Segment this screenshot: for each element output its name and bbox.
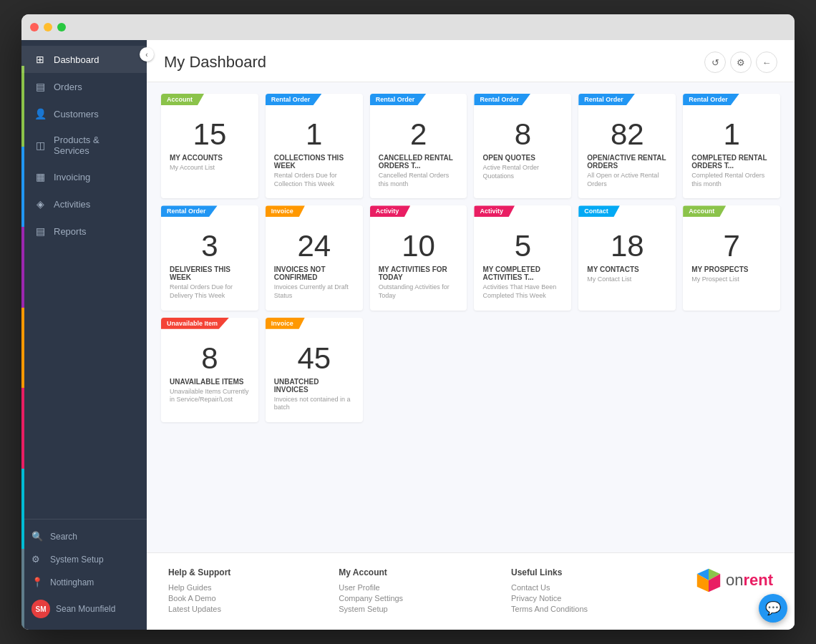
activities-icon: ◈ bbox=[34, 197, 47, 210]
card-row1-0[interactable]: Account 15 MY ACCOUNTS My Account List bbox=[161, 94, 258, 198]
sidebar-item-dashboard[interactable]: ⊞ Dashboard bbox=[21, 46, 147, 73]
invoicing-icon: ▦ bbox=[34, 170, 47, 183]
sidebar-item-activities[interactable]: ◈ Activities bbox=[21, 190, 147, 218]
sidebar-location[interactable]: 📍 Nottingham bbox=[21, 571, 147, 594]
maximize-btn[interactable] bbox=[57, 23, 66, 31]
card-title: OPEN/ACTIVE RENTAL ORDERS bbox=[587, 154, 667, 170]
card-title: CANCELLED RENTAL ORDERS T... bbox=[379, 154, 459, 170]
card-spacer-1 bbox=[474, 318, 571, 422]
card-title: OPEN QUOTES bbox=[482, 154, 563, 162]
card-row1-5[interactable]: Rental Order 1 COMPLETED RENTAL ORDERS T… bbox=[683, 94, 780, 198]
card-row1-1[interactable]: Rental Order 1 COLLECTIONS THIS WEEK Ren… bbox=[266, 94, 363, 198]
titlebar bbox=[21, 14, 795, 40]
card-number: 3 bbox=[170, 231, 250, 261]
logo-on: on bbox=[726, 571, 743, 589]
footer-account: My Account User Profile Company Settings… bbox=[339, 567, 403, 615]
card-subtitle: Outstanding Activities for Today bbox=[379, 283, 459, 300]
chat-button[interactable]: 💬 bbox=[759, 594, 787, 623]
sidebar-item-dashboard-label: Dashboard bbox=[54, 54, 99, 65]
customers-icon: 👤 bbox=[34, 107, 47, 120]
card-row1-4[interactable]: Rental Order 82 OPEN/ACTIVE RENTAL ORDER… bbox=[578, 94, 676, 198]
card-subtitle: Rental Orders Due for Collection This We… bbox=[274, 172, 354, 188]
settings-button[interactable]: ⚙ bbox=[730, 52, 752, 73]
card-subtitle: Rental Orders Due for Delivery This Week bbox=[170, 283, 250, 300]
sidebar-item-activities-label: Activities bbox=[54, 199, 90, 210]
card-number: 45 bbox=[274, 343, 354, 374]
footer-privacy[interactable]: Privacy Notice bbox=[511, 594, 588, 602]
app-body: ‹ ⊞ Dashboard ▤ Orders 👤 Customers ◫ Pro… bbox=[21, 40, 795, 630]
footer: Help & Support Help Guides Book A Demo L… bbox=[147, 552, 795, 630]
search-label: Search bbox=[50, 532, 77, 542]
app-window: ‹ ⊞ Dashboard ▤ Orders 👤 Customers ◫ Pro… bbox=[21, 14, 795, 630]
cards-container: Account 15 MY ACCOUNTS My Account List R… bbox=[147, 82, 795, 552]
card-row2-5[interactable]: Account 7 MY PROSPECTS My Prospect List bbox=[683, 205, 780, 310]
sidebar-item-orders[interactable]: ▤ Orders bbox=[21, 73, 147, 100]
footer-company-settings[interactable]: Company Settings bbox=[339, 594, 403, 602]
footer-logo: onrent bbox=[696, 567, 773, 593]
sidebar: ‹ ⊞ Dashboard ▤ Orders 👤 Customers ◫ Pro… bbox=[21, 40, 147, 630]
card-badge: Account bbox=[161, 94, 204, 105]
sidebar-item-invoicing[interactable]: ▦ Invoicing bbox=[21, 163, 147, 190]
card-row2-1[interactable]: Invoice 24 INVOICES NOT CONFIRMED Invoic… bbox=[266, 205, 363, 310]
card-number: 1 bbox=[274, 119, 354, 150]
back-button[interactable]: ← bbox=[756, 52, 777, 73]
orders-icon: ▤ bbox=[34, 80, 47, 93]
sidebar-item-customers-label: Customers bbox=[54, 109, 99, 119]
card-badge: Rental Order bbox=[474, 94, 530, 105]
card-badge: Rental Order bbox=[578, 94, 635, 105]
header-actions: ↺ ⚙ ← bbox=[704, 52, 777, 73]
card-row1-2[interactable]: Rental Order 2 CANCELLED RENTAL ORDERS T… bbox=[370, 94, 467, 198]
sidebar-item-customers[interactable]: 👤 Customers bbox=[21, 100, 147, 127]
card-number: 24 bbox=[274, 231, 354, 261]
color-seg-4 bbox=[21, 308, 24, 389]
card-row2-0[interactable]: Rental Order 3 DELIVERIES THIS WEEK Rent… bbox=[161, 205, 258, 310]
card-row3-1[interactable]: Invoice 45 UNBATCHED INVOICES Invoices n… bbox=[266, 318, 363, 422]
refresh-button[interactable]: ↺ bbox=[704, 52, 726, 73]
avatar-initials: SM bbox=[36, 605, 47, 613]
card-title: INVOICES NOT CONFIRMED bbox=[274, 265, 354, 281]
location-icon: 📍 bbox=[31, 577, 43, 588]
footer-book-demo[interactable]: Book A Demo bbox=[168, 594, 230, 602]
footer-user-profile[interactable]: User Profile bbox=[339, 583, 403, 592]
sidebar-item-invoicing-label: Invoicing bbox=[54, 172, 90, 182]
logo-icon bbox=[696, 567, 722, 593]
sidebar-search[interactable]: 🔍 Search bbox=[21, 525, 147, 548]
footer-terms[interactable]: Terms And Conditions bbox=[511, 605, 588, 613]
footer-latest-updates[interactable]: Latest Updates bbox=[168, 605, 230, 613]
sidebar-item-reports[interactable]: ▤ Reports bbox=[21, 218, 147, 245]
sidebar-item-orders-label: Orders bbox=[54, 82, 82, 92]
card-title: MY PROSPECTS bbox=[691, 265, 772, 273]
footer-account-heading: My Account bbox=[339, 567, 403, 577]
card-badge: Contact bbox=[578, 205, 620, 217]
sidebar-collapse-btn[interactable]: ‹ bbox=[140, 47, 154, 62]
close-btn[interactable] bbox=[30, 23, 39, 31]
cards-row-3: Unavailable Item 8 UNAVAILABLE ITEMS Una… bbox=[161, 318, 780, 422]
card-badge: Rental Order bbox=[683, 94, 739, 105]
user-name: Sean Mounfield bbox=[56, 604, 115, 614]
card-number: 15 bbox=[170, 119, 250, 150]
card-badge: Invoice bbox=[266, 318, 305, 329]
sidebar-bottom: 🔍 Search ⚙ System Setup 📍 Nottingham SM … bbox=[21, 519, 147, 630]
sidebar-system-setup[interactable]: ⚙ System Setup bbox=[21, 548, 147, 571]
footer-help-heading: Help & Support bbox=[168, 567, 230, 577]
footer-contact-us[interactable]: Contact Us bbox=[511, 583, 588, 592]
footer-help-guides[interactable]: Help Guides bbox=[168, 583, 230, 592]
card-title: MY COMPLETED ACTIVITIES T... bbox=[482, 265, 563, 281]
card-number: 7 bbox=[691, 231, 772, 261]
minimize-btn[interactable] bbox=[44, 23, 52, 31]
card-subtitle: Completed Rental Orders this month bbox=[691, 172, 772, 188]
user-item[interactable]: SM Sean Mounfield bbox=[21, 594, 147, 624]
card-number: 8 bbox=[482, 119, 563, 150]
card-row1-3[interactable]: Rental Order 8 OPEN QUOTES Active Rental… bbox=[474, 94, 571, 198]
card-title: MY ACTIVITIES FOR TODAY bbox=[379, 265, 459, 281]
sidebar-item-products-label: Products & Services bbox=[54, 135, 137, 156]
card-badge: Activity bbox=[370, 205, 411, 217]
sidebar-item-products[interactable]: ◫ Products & Services bbox=[21, 127, 147, 163]
color-seg-7 bbox=[21, 549, 24, 630]
card-row3-0[interactable]: Unavailable Item 8 UNAVAILABLE ITEMS Una… bbox=[161, 318, 258, 422]
card-subtitle: All Open or Active Rental Orders bbox=[587, 172, 667, 188]
card-row2-4[interactable]: Contact 18 MY CONTACTS My Contact List bbox=[578, 205, 676, 310]
card-row2-3[interactable]: Activity 5 MY COMPLETED ACTIVITIES T... … bbox=[474, 205, 571, 310]
card-row2-2[interactable]: Activity 10 MY ACTIVITIES FOR TODAY Outs… bbox=[370, 205, 467, 310]
footer-system-setup[interactable]: System Setup bbox=[339, 605, 403, 613]
